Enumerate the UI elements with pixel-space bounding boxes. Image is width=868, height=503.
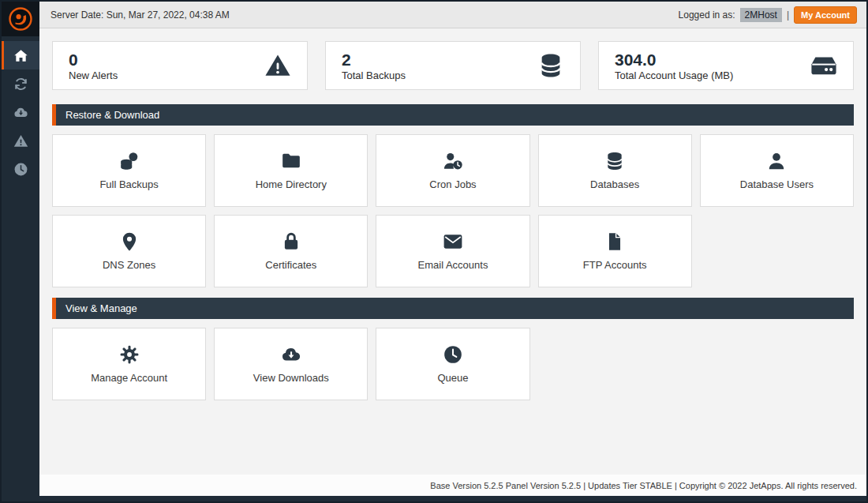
card-label: FTP Accounts bbox=[583, 259, 647, 271]
sidebar bbox=[2, 2, 39, 501]
card-label: Certificates bbox=[265, 259, 316, 271]
cloud-download-icon bbox=[281, 344, 301, 365]
alert-triangle-icon bbox=[264, 52, 291, 79]
user-icon bbox=[766, 151, 787, 171]
database-icon bbox=[604, 151, 625, 171]
lock-icon bbox=[281, 231, 301, 252]
clock-icon bbox=[443, 344, 463, 365]
card-view-downloads[interactable]: View Downloads bbox=[214, 328, 368, 400]
card-label: DNS Zones bbox=[103, 259, 155, 271]
logged-in-label: Logged in as: bbox=[679, 9, 735, 21]
card-full-backups[interactable]: Full Backups bbox=[52, 134, 206, 207]
card-manage-account[interactable]: Manage Account bbox=[52, 328, 206, 400]
card-database-users[interactable]: Database Users bbox=[700, 134, 854, 207]
stat-label: Total Account Usage (MB) bbox=[615, 69, 733, 81]
card-cron-jobs[interactable]: Cron Jobs bbox=[376, 134, 529, 207]
gear-icon bbox=[119, 344, 140, 365]
restore-sync-icon bbox=[13, 77, 28, 92]
card-home-directory[interactable]: Home Directory bbox=[214, 134, 368, 207]
sidebar-item-restore[interactable] bbox=[2, 69, 39, 98]
section-restore-download: Restore & Download bbox=[52, 104, 854, 126]
stats-row: 0 New Alerts 2 Total Backups 304.0 bbox=[52, 41, 854, 90]
server-date: Server Date: Sun, Mar 27, 2022, 04:38 AM bbox=[51, 9, 230, 21]
section-view-manage: View & Manage bbox=[52, 298, 854, 319]
footer-version-text: Base Version 5.2.5 Panel Version 5.2.5 |… bbox=[430, 481, 857, 490]
sidebar-item-queue[interactable] bbox=[2, 155, 39, 183]
my-account-button[interactable]: My Account bbox=[794, 6, 857, 24]
hdd-icon bbox=[810, 52, 837, 79]
card-certificates[interactable]: Certificates bbox=[214, 215, 368, 287]
card-label: Home Directory bbox=[256, 178, 327, 190]
card-label: Queue bbox=[437, 372, 468, 384]
section-title: View & Manage bbox=[65, 302, 137, 314]
card-queue[interactable]: Queue bbox=[376, 328, 529, 400]
jetapps-logo-icon bbox=[8, 6, 33, 32]
home-icon bbox=[13, 48, 28, 63]
stat-value: 304.0 bbox=[615, 50, 733, 69]
app-logo[interactable] bbox=[2, 2, 39, 36]
username-badge[interactable]: 2MHost bbox=[740, 8, 782, 22]
sidebar-item-downloads[interactable] bbox=[2, 98, 39, 126]
user-clock-icon bbox=[443, 151, 463, 171]
card-label: Manage Account bbox=[91, 372, 167, 384]
card-label: Database Users bbox=[740, 178, 814, 190]
card-label: View Downloads bbox=[253, 372, 329, 384]
footer: Base Version 5.2.5 Panel Version 5.2.5 |… bbox=[39, 475, 866, 496]
coins-backup-icon bbox=[119, 151, 140, 171]
stat-total-backups[interactable]: 2 Total Backups bbox=[325, 41, 581, 90]
sidebar-item-home[interactable] bbox=[2, 41, 39, 69]
alert-triangle-icon bbox=[13, 133, 28, 148]
card-email-accounts[interactable]: Email Accounts bbox=[376, 215, 529, 287]
file-icon bbox=[604, 231, 625, 252]
stat-label: Total Backups bbox=[342, 69, 406, 81]
topbar: Server Date: Sun, Mar 27, 2022, 04:38 AM… bbox=[39, 2, 866, 28]
cloud-download-icon bbox=[13, 105, 28, 120]
card-label: Email Accounts bbox=[418, 259, 488, 271]
view-manage-grid: Manage Account View Downloads Queue bbox=[52, 328, 854, 400]
card-ftp-accounts[interactable]: FTP Accounts bbox=[538, 215, 692, 287]
card-label: Cron Jobs bbox=[429, 178, 476, 190]
stat-new-alerts[interactable]: 0 New Alerts bbox=[52, 41, 308, 90]
main-content: 0 New Alerts 2 Total Backups 304.0 bbox=[39, 28, 866, 475]
envelope-icon bbox=[443, 231, 463, 252]
folder-icon bbox=[281, 151, 301, 171]
card-databases[interactable]: Databases bbox=[538, 134, 692, 207]
card-label: Databases bbox=[590, 178, 639, 190]
sidebar-nav bbox=[2, 41, 39, 183]
card-label: Full Backups bbox=[99, 178, 158, 190]
stat-account-usage[interactable]: 304.0 Total Account Usage (MB) bbox=[598, 41, 854, 90]
restore-download-grid: Full Backups Home Directory Cron Jobs Da… bbox=[52, 134, 854, 287]
stat-label: New Alerts bbox=[69, 69, 118, 81]
clock-icon bbox=[13, 162, 28, 177]
topbar-right: Logged in as: 2MHost | My Account bbox=[679, 6, 857, 24]
topbar-divider: | bbox=[787, 9, 789, 21]
section-title: Restore & Download bbox=[65, 109, 159, 121]
stat-value: 2 bbox=[342, 50, 406, 69]
jetbackup-panel-window: Server Date: Sun, Mar 27, 2022, 04:38 AM… bbox=[0, 0, 868, 503]
map-marker-icon bbox=[119, 231, 140, 252]
database-icon bbox=[537, 52, 564, 79]
sidebar-item-alerts[interactable] bbox=[2, 126, 39, 155]
stat-value: 0 bbox=[69, 50, 118, 69]
card-dns-zones[interactable]: DNS Zones bbox=[52, 215, 206, 287]
